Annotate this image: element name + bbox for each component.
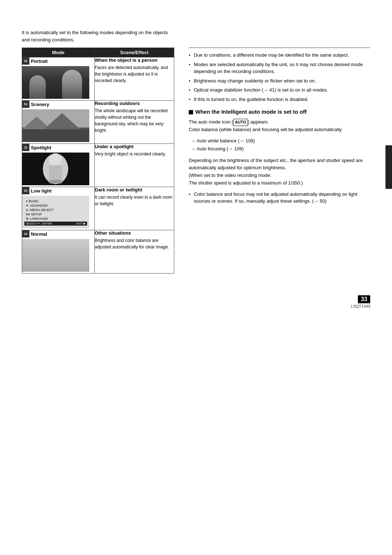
effect-cell-lowlight: Dark room or twilight It can record clea… <box>95 187 174 230</box>
sidebar-accent-bar <box>385 145 392 189</box>
normal-effect-header: Other situations <box>95 230 174 236</box>
page-footer: 33 LSQT1449 <box>22 274 370 308</box>
mode-header-portrait: iO Portrait <box>22 57 94 65</box>
lowlight-effect-text: It can record clearly even in a dark roo… <box>95 194 174 207</box>
mode-cell-portrait: iO Portrait <box>22 57 95 101</box>
normal-icon: iA <box>22 230 29 238</box>
dash-item-focusing: Auto focusing (→ 109) <box>192 145 370 153</box>
scenery-image <box>22 109 89 142</box>
scenery-svg <box>22 109 89 142</box>
svg-rect-5 <box>22 129 89 142</box>
spotlight-effect-text: Very bright object is recorded clearly. <box>95 151 174 157</box>
svg-point-10 <box>48 180 63 183</box>
effect-cell-portrait: When the object is a person Faces are de… <box>95 57 174 101</box>
mode-table: Mode Scene/Effect iO Portrait <box>22 48 174 274</box>
lowlight-bar-left: SELECT ↵: ENTER <box>26 222 52 225</box>
col2-header: Scene/Effect <box>95 48 174 57</box>
table-row: iZ Spotlight <box>22 144 174 187</box>
dash-item-white-balance: Auto white balance (→ 109) <box>192 137 370 145</box>
bullet-item: Optical image stabilizer function (→ 41)… <box>189 86 370 94</box>
menu-media-label: MEDIA SELECT <box>30 208 54 212</box>
intelligent-auto-heading: When the Intelligent auto mode is set to… <box>189 109 370 115</box>
mode-cell-scenery: fA Scenery <box>22 101 95 144</box>
effect-cell-spotlight: Under a spotlight Very bright object is … <box>95 144 174 187</box>
bullet-item: If this is turned to on, the guideline f… <box>189 96 370 103</box>
page-number: 33 <box>358 295 370 303</box>
auto-mode-para2: Depending on the brightness of the subje… <box>189 157 370 187</box>
lowlight-menu-language: ⊕LANGUAGE <box>24 216 87 221</box>
page-number-block: 33 LSQT1449 <box>351 295 370 308</box>
left-column: Mode Scene/Effect iO Portrait <box>22 48 174 274</box>
main-columns: Mode Scene/Effect iO Portrait <box>22 48 370 274</box>
spotlight-svg <box>22 153 89 185</box>
top-divider <box>189 48 370 48</box>
page-code: LSQT1449 <box>351 304 370 308</box>
lowlight-menu-setup: N4SETUP <box>24 212 87 216</box>
mode-cell-spotlight: iZ Spotlight <box>22 144 95 187</box>
lowlight-image: ≡BASIC ✦ADVANCED ⊙MEDIA SELECT <box>22 196 89 228</box>
spotlight-icon: iZ <box>22 144 29 151</box>
square-bullet-icon <box>189 110 193 114</box>
bullet-item: Brightness may change suddenly or flicke… <box>189 77 370 85</box>
mode-cell-lowlight: iO Low light ≡BASIC ✦ADVANCED <box>22 187 95 230</box>
right-column: Due to conditions, a different mode may … <box>189 48 370 211</box>
menu-language-label: LANGUAGE <box>30 217 48 220</box>
auto-mode-para1: The auto mode icon [AUTO] appears. Color… <box>189 118 370 134</box>
svg-point-8 <box>49 153 62 166</box>
lowlight-bar: SELECT ↵: ENTER EXIT ▶ <box>24 222 87 226</box>
portrait-figure-right <box>62 70 82 99</box>
mode-cell-normal: iA Normal <box>22 230 95 274</box>
lowlight-menu-advanced: ✦ADVANCED <box>24 203 87 208</box>
mode-header-lowlight: iO Low light <box>22 187 94 194</box>
menu-setup-label: SETUP <box>31 212 42 216</box>
scenery-effect-text: The whole landscape will be recorded viv… <box>95 108 174 134</box>
intro-paragraph: It is automatically set to the following… <box>22 29 174 43</box>
bullet-item: Due to conditions, a different mode may … <box>189 52 370 59</box>
scenery-icon: fA <box>22 101 29 108</box>
scenery-label: Scenery <box>31 102 49 107</box>
mode-header-spotlight: iZ Spotlight <box>22 144 94 151</box>
menu-advanced-label: ADVANCED <box>30 204 48 207</box>
lowlight-menu-media: ⊙MEDIA SELECT <box>24 208 87 212</box>
normal-effect-text: Brightness and color balance are adjuste… <box>95 237 174 250</box>
portrait-effect-header: When the object is a person <box>95 57 174 63</box>
portrait-effect-text: Faces are detected automatically, and th… <box>95 64 174 84</box>
effect-cell-scenery: Recording outdoors The whole landscape w… <box>95 101 174 144</box>
table-row: fA Scenery <box>22 101 174 144</box>
spotlight-image <box>22 153 89 185</box>
scenery-effect-header: Recording outdoors <box>95 101 174 106</box>
mode-header-normal: iA Normal <box>22 230 94 238</box>
table-row: iA Normal Other situations Brightness an… <box>22 230 174 274</box>
menu-basic-label: BASIC <box>29 199 38 203</box>
lowlight-bar-right: EXIT ▶ <box>76 222 86 225</box>
bullet-list-bottom: Color balance and focus may not be adjus… <box>189 191 370 205</box>
mode-header-scenery: fA Scenery <box>22 101 94 108</box>
page-content: It is automatically set to the following… <box>22 29 370 308</box>
bullet-list-top: Due to conditions, a different mode may … <box>189 52 370 103</box>
auto-icon-box: AUTO <box>233 119 248 126</box>
lowlight-menu: ≡BASIC ✦ADVANCED ⊙MEDIA SELECT <box>24 199 87 226</box>
dash-list: Auto white balance (→ 109) Auto focusing… <box>192 137 370 153</box>
portrait-figure-left <box>29 75 46 99</box>
effect-cell-normal: Other situations Brightness and color ba… <box>95 230 174 274</box>
portrait-image <box>22 66 89 99</box>
bullet-item: Modes are selected automatically by the … <box>189 61 370 75</box>
lowlight-icon: iO <box>22 187 29 194</box>
portrait-icon: iO <box>22 57 29 65</box>
lowlight-effect-header: Dark room or twilight <box>95 187 174 193</box>
table-row: iO Low light ≡BASIC ✦ADVANCED <box>22 187 174 230</box>
lowlight-label: Low light <box>31 188 52 194</box>
spotlight-label: Spotlight <box>31 145 51 150</box>
bullet-item-color-balance: Color balance and focus may not be adjus… <box>189 191 370 205</box>
spotlight-effect-header: Under a spotlight <box>95 144 174 149</box>
lowlight-menu-basic: ≡BASIC <box>24 199 87 203</box>
portrait-label: Portrait <box>31 58 48 64</box>
col1-header: Mode <box>22 48 95 57</box>
normal-image <box>22 239 89 272</box>
table-row: iO Portrait When the object is a person … <box>22 57 174 101</box>
normal-label: Normal <box>31 231 47 237</box>
intelligent-auto-heading-text: When the Intelligent auto mode is set to… <box>195 109 307 115</box>
